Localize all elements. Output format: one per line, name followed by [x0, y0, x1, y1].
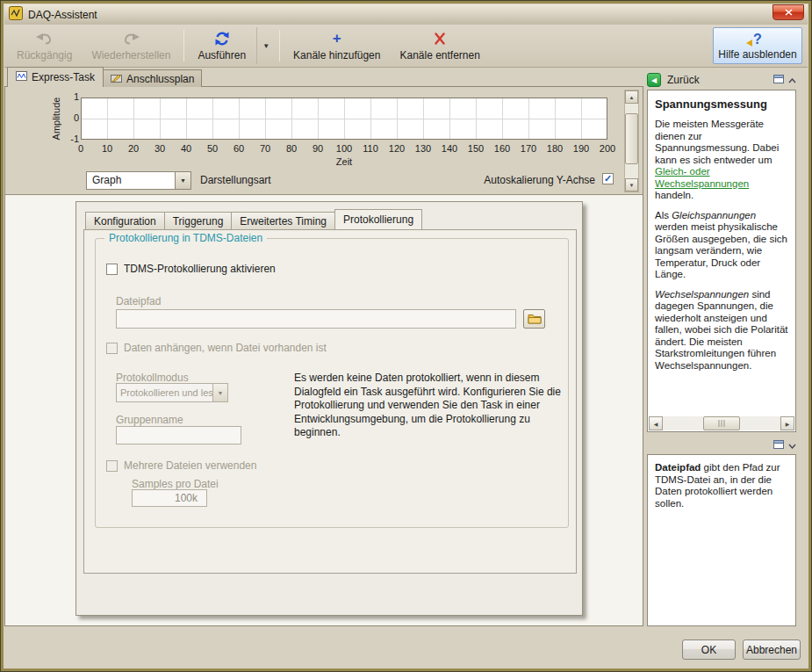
tdms-groupbox: Protokollierung in TDMS-Dateien TDMS-Pro…: [95, 238, 569, 528]
groupbox-title: Protokollierung in TDMS-Dateien: [104, 232, 267, 244]
toolbar: Rückgängig Wiederherstellen Ausführen ▼ …: [4, 25, 808, 68]
enable-logging-checkbox[interactable]: [106, 264, 118, 275]
x-tick-label: 160: [490, 143, 514, 154]
display-type-combo[interactable]: Graph ▼: [86, 171, 191, 190]
help-icon: ?: [753, 32, 762, 47]
waveform-graph[interactable]: [81, 98, 607, 140]
x-tick-label: 30: [147, 143, 172, 154]
help-term: Gleichspannungen: [672, 210, 756, 220]
logmode-combo[interactable]: Protokollieren und lesen ▼: [116, 383, 228, 402]
logmode-label: Protokollmodus: [116, 372, 189, 384]
samples-input[interactable]: 100k: [132, 489, 207, 507]
undock-window-icon[interactable]: [773, 439, 784, 452]
x-tick-label: 60: [226, 143, 251, 154]
x-tick-label: 80: [279, 143, 304, 154]
scrollbar-thumb[interactable]: [625, 113, 638, 164]
redo-button[interactable]: Wiederherstellen: [83, 27, 179, 64]
express-task-panel: 1 0 -1 Amplitude 01020304050607080901001…: [4, 86, 643, 626]
close-icon: [785, 9, 793, 16]
x-tick-label: 100: [332, 143, 356, 154]
section-divider: [5, 194, 643, 195]
collapse-chevron-icon[interactable]: [788, 74, 796, 86]
tab-anschlussplan[interactable]: Anschlussplan: [103, 69, 202, 87]
scroll-right-icon[interactable]: ▶: [780, 416, 794, 430]
x-tick-label: 0: [68, 143, 93, 154]
x-tick-label: 20: [121, 143, 146, 154]
scroll-left-icon[interactable]: ◀: [649, 416, 663, 430]
tab-express-task-label: Express-Task: [32, 71, 95, 83]
help-paragraph: Die meisten Messgeräte dienen zur Spannu…: [655, 119, 788, 202]
tab-anschlussplan-label: Anschlussplan: [126, 73, 194, 85]
graph-vertical-scrollbar[interactable]: ▲ ▼: [624, 90, 639, 192]
add-channels-button[interactable]: + Kanäle hinzufügen: [284, 27, 389, 64]
help-text: Als: [655, 210, 672, 220]
x-tick-label: 110: [358, 143, 383, 154]
tab-protokollierung[interactable]: Protokollierung: [334, 209, 422, 229]
plus-icon: +: [333, 31, 341, 47]
y-axis-label: Amplitude: [51, 98, 61, 141]
context-help-term: Dateipfad: [655, 462, 701, 473]
tab-erweitertes-timing[interactable]: Erweitertes Timing: [231, 212, 335, 229]
help-text: werden meist physikalische Größen ausgeg…: [655, 221, 787, 279]
ok-button[interactable]: OK: [682, 639, 736, 660]
multifile-checkbox[interactable]: [106, 460, 118, 472]
filepath-input[interactable]: [116, 309, 516, 329]
x-tick-label: 130: [411, 143, 435, 154]
x-tick-label: 50: [200, 143, 225, 154]
run-dropdown-button[interactable]: ▼: [256, 27, 275, 64]
help-text: handeln.: [655, 190, 693, 200]
tab-triggerung[interactable]: Triggerung: [164, 212, 233, 229]
append-label: Daten anhängen, wenn Datei vorhanden ist: [124, 342, 327, 354]
groupname-label: Gruppenname: [116, 414, 183, 426]
help-text: Die meisten Messgeräte dienen zur Spannu…: [655, 119, 779, 165]
toolbar-separator: [279, 30, 280, 61]
y-tick-label: 0: [61, 112, 79, 123]
window-title: DAQ-Assistent: [28, 9, 97, 21]
display-type-label: Darstellungsart: [200, 174, 271, 186]
scroll-up-icon[interactable]: ▲: [625, 90, 638, 104]
x-tick-label: 140: [437, 143, 462, 154]
run-icon: [214, 31, 230, 47]
cancel-button[interactable]: Abbrechen: [743, 639, 801, 660]
back-button[interactable]: ◀: [647, 73, 661, 87]
run-label: Ausführen: [198, 49, 246, 61]
x-tick-label: 190: [569, 143, 593, 154]
autoscale-checkbox[interactable]: ✓: [602, 173, 614, 184]
undo-button[interactable]: Rückgängig: [8, 27, 81, 64]
x-tick-label: 150: [463, 143, 488, 154]
x-tick-label: 10: [95, 143, 119, 154]
chevron-down-icon[interactable]: ▼: [175, 172, 190, 189]
hide-help-button[interactable]: ? Hilfe ausblenden: [713, 27, 802, 64]
tab-express-task[interactable]: Express-Task: [7, 67, 104, 87]
undock-window-icon[interactable]: [773, 74, 784, 86]
x-axis-ticks: 0102030405060708090100110120130140150160…: [68, 143, 620, 154]
scroll-down-icon[interactable]: ▼: [625, 178, 638, 191]
help-content-panel: Spannungsmessung Die meisten Messgeräte …: [647, 90, 796, 432]
help-horizontal-scrollbar[interactable]: ◀ ▶: [649, 416, 794, 430]
help-link[interactable]: Gleich- oder Wechselspannungen: [655, 166, 749, 189]
browse-button[interactable]: [523, 309, 545, 329]
close-button[interactable]: [772, 4, 804, 20]
help-text: sind dagegen Spannungen, die wiederholt …: [655, 289, 788, 371]
remove-channels-button[interactable]: Kanäle entfernen: [391, 27, 488, 64]
multifile-label: Mehrere Dateien verwenden: [124, 459, 256, 472]
run-button[interactable]: Ausführen: [189, 29, 255, 63]
groupname-input[interactable]: [116, 426, 241, 444]
scrollbar-track[interactable]: [663, 416, 780, 430]
scrollbar-thumb[interactable]: [703, 416, 740, 430]
append-checkbox[interactable]: [106, 343, 118, 354]
expand-chevron-icon[interactable]: [788, 439, 796, 452]
checkmark-icon: ✓: [604, 174, 612, 184]
main-tabstrip: Express-Task Anschlussplan: [4, 67, 202, 87]
redo-icon: [122, 31, 140, 47]
hide-help-label: Hilfe ausblenden: [718, 48, 796, 61]
enable-logging-label: TDMS-Protokollierung aktivieren: [124, 263, 276, 275]
tab-konfiguration[interactable]: Konfiguration: [85, 212, 165, 229]
logging-info-text: Es werden keine Daten protokolliert, wen…: [294, 372, 568, 440]
help-paragraph: Als Gleichspannungen werden meist physik…: [655, 210, 788, 281]
help-term: Wechselspannungen: [655, 289, 749, 300]
chevron-down-icon[interactable]: ▼: [212, 384, 227, 401]
help-paragraph: Wechselspannungen sind dagegen Spannunge…: [655, 289, 788, 372]
x-axis-label: Zeit: [81, 156, 607, 167]
redo-label: Wiederherstellen: [91, 49, 170, 61]
